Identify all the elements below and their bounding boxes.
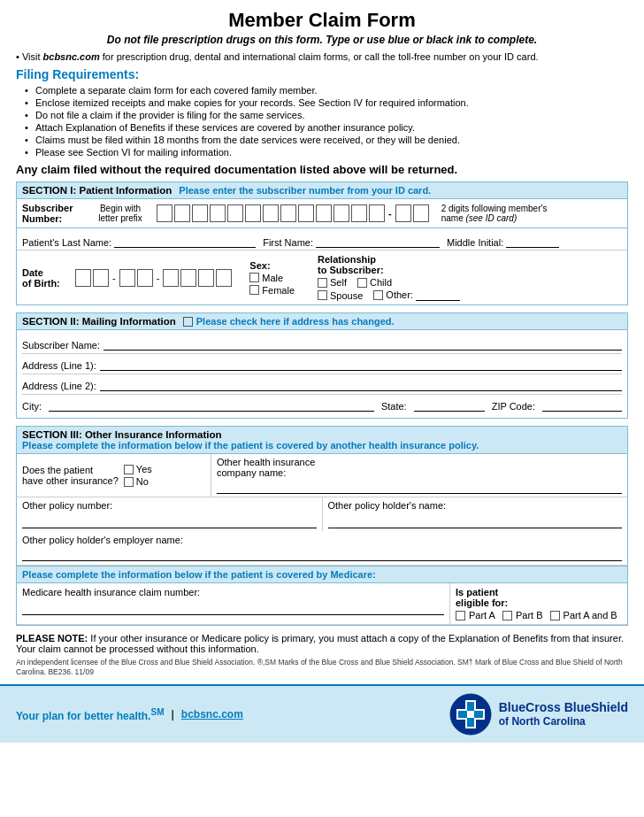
medicare-label: Medicare health insurance claim number: <box>22 587 200 597</box>
other-company-input[interactable] <box>217 480 622 494</box>
middle-initial-group: Middle Initial: <box>447 234 559 248</box>
dob-mm-2[interactable] <box>93 269 109 287</box>
rel-self-checkbox[interactable] <box>318 278 327 288</box>
brand-line2: of North Carolina <box>499 715 628 729</box>
rel-spouse-checkbox[interactable] <box>318 290 327 300</box>
yes-checkbox[interactable] <box>124 465 134 474</box>
part-a-option: Part A <box>456 610 495 620</box>
num-box-11[interactable] <box>334 204 349 222</box>
brand-line1: BlueCross BlueShield <box>499 699 628 715</box>
rel-other-option: Other: <box>373 289 460 301</box>
please-note: PLEASE NOTE: If your other insurance or … <box>16 633 628 654</box>
bullet-5: Claims must be filed within 18 months fr… <box>25 135 628 145</box>
part-a-checkbox[interactable] <box>456 611 465 620</box>
part-b-label: Part B <box>516 610 543 620</box>
no-option: No <box>124 476 152 487</box>
first-name-group: First Name: <box>263 234 440 248</box>
filing-heading: Filing Requirements: <box>16 67 628 81</box>
num-box-10[interactable] <box>316 204 332 222</box>
medicare-left-cell: Medicare health insurance claim number: <box>17 583 450 624</box>
patient-name-row: Patient's Last Name: First Name: Middle … <box>17 228 627 250</box>
rel-other-checkbox[interactable] <box>373 290 383 300</box>
state-input[interactable] <box>414 397 485 412</box>
no-checkbox[interactable] <box>124 477 134 487</box>
medicare-claim-input[interactable] <box>22 601 444 615</box>
bcbs-emblem-icon <box>449 693 492 736</box>
address2-label: Address (Line 2): <box>22 381 96 391</box>
num-box-1[interactable] <box>157 204 172 222</box>
yes-option: Yes <box>124 464 152 474</box>
dob-mm-1[interactable] <box>75 269 91 287</box>
policy-num-label: Other policy number: <box>22 500 317 511</box>
medicare-teal-row: Please complete the information below if… <box>17 566 627 583</box>
address2-input[interactable] <box>100 377 622 391</box>
rel-self-option: Self <box>318 277 347 288</box>
dash-box-2[interactable] <box>413 204 429 222</box>
policy-holder-row: Other policy number: Other policy holder… <box>17 497 627 531</box>
employer-label: Other policy holder's employer name: <box>22 535 183 545</box>
dob-yy-3[interactable] <box>198 269 214 287</box>
section1-title: SECTION I: Patient Information <box>22 185 172 196</box>
num-box-5[interactable] <box>227 204 243 222</box>
rel-child-label: Child <box>370 277 392 288</box>
sex-female-option: Female <box>249 285 295 296</box>
address-changed-checkbox[interactable] <box>183 317 193 327</box>
address1-input[interactable] <box>100 357 622 371</box>
holder-name-cell: Other policy holder's name: <box>323 497 628 531</box>
policy-num-cell: Other policy number: <box>17 497 323 531</box>
rel-other-label: Other: <box>386 289 460 301</box>
num-box-6[interactable] <box>245 204 261 222</box>
no-label: No <box>136 476 149 487</box>
dob-yy-1[interactable] <box>163 269 179 287</box>
section2-title: SECTION II: Mailing Information <box>22 316 176 327</box>
zip-input[interactable] <box>542 397 622 412</box>
svg-rect-5 <box>467 711 474 718</box>
policy-num-input[interactable] <box>22 514 317 528</box>
part-ab-checkbox[interactable] <box>550 611 560 620</box>
tagline-text: Your plan for better health.SM <box>16 707 164 722</box>
first-name-input[interactable] <box>316 234 440 248</box>
city-input[interactable] <box>49 397 374 412</box>
section3-title: SECTION III: Other Insurance Information <box>22 429 622 440</box>
part-a-label: Part A <box>469 610 495 620</box>
rel-child-checkbox[interactable] <box>357 278 367 288</box>
section1-box: SECTION I: Patient Information Please en… <box>16 181 628 305</box>
city-label: City: <box>22 401 42 412</box>
please-note-text: If your other insurance or Medicare poli… <box>16 633 624 654</box>
last-name-input[interactable] <box>114 234 256 248</box>
dob-dd-1[interactable] <box>119 269 135 287</box>
bullet-3: Do not file a claim if the provider is f… <box>25 110 628 120</box>
employer-row: Other policy holder's employer name: <box>17 531 627 566</box>
sub-name-input[interactable] <box>104 336 622 351</box>
footer-website[interactable]: bcbsnc.com <box>181 708 243 721</box>
num-box-9[interactable] <box>298 204 314 222</box>
tagline-sup: SM <box>150 707 164 717</box>
holder-name-input[interactable] <box>328 514 623 528</box>
num-box-4[interactable] <box>210 204 226 222</box>
middle-initial-input[interactable] <box>506 234 559 248</box>
dob-yy-4[interactable] <box>216 269 232 287</box>
relationship-label: Relationshipto Subscriber: <box>318 254 460 275</box>
other-company-label: Other health insurancecompany name: <box>217 457 315 478</box>
sex-male-checkbox[interactable] <box>249 273 259 282</box>
other-company-cell: Other health insurancecompany name: <box>211 454 627 497</box>
num-box-12[interactable] <box>351 204 367 222</box>
disclaimer-text: An independent licensee of the Blue Cros… <box>16 658 628 677</box>
num-box-3[interactable] <box>192 204 208 222</box>
sex-label: Sex: <box>249 260 295 271</box>
address1-label: Address (Line 1): <box>22 360 96 371</box>
dob-yy-2[interactable] <box>180 269 196 287</box>
num-box-8[interactable] <box>280 204 296 222</box>
sex-female-checkbox[interactable] <box>249 285 259 295</box>
part-b-checkbox[interactable] <box>502 611 512 620</box>
num-box-13[interactable] <box>369 204 385 222</box>
section2-header: SECTION II: Mailing Information Please c… <box>17 313 627 330</box>
num-box-7[interactable] <box>263 204 279 222</box>
footer: Your plan for better health.SM | bcbsnc.… <box>0 684 644 743</box>
subtitle: Do not file prescription drugs on this f… <box>16 34 628 46</box>
dob-label: Dateof Birth: <box>22 267 66 289</box>
dash-box-1[interactable] <box>395 204 411 222</box>
employer-input[interactable] <box>22 547 622 561</box>
dob-dd-2[interactable] <box>137 269 153 287</box>
num-box-2[interactable] <box>174 204 190 222</box>
